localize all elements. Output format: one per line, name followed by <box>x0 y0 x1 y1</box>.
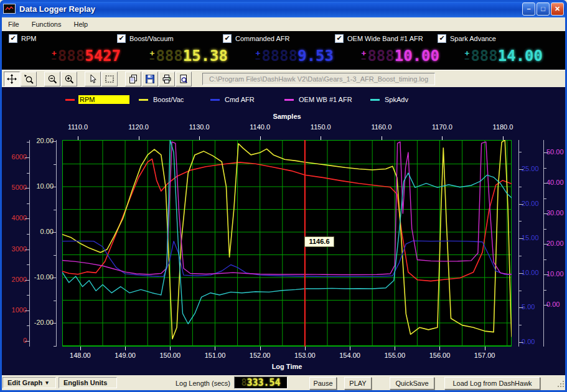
sign-indicator: +− <box>52 50 57 62</box>
checkbox-oem-wide-band-1-afr[interactable]: ✔ <box>335 34 344 43</box>
plot-area[interactable] <box>62 140 512 347</box>
legend-item-oem-wb-1-afr[interactable]: OEM WB #1 AFR <box>284 95 354 105</box>
axis-minor-tick <box>519 307 522 308</box>
samples-tick-label: 1160.0 <box>364 123 399 131</box>
save-button[interactable] <box>142 72 158 86</box>
edit-graph-label: Edit Graph <box>7 379 42 386</box>
checkbox-boost-vacuum[interactable]: ✔ <box>117 34 126 43</box>
sign-indicator: +− <box>256 50 261 62</box>
copy-button[interactable] <box>125 72 141 86</box>
window-title: Data Logger Replay <box>19 4 95 14</box>
axis-minor-tick <box>27 341 29 342</box>
logtime-tick <box>439 347 440 350</box>
maximize-button[interactable]: □ <box>537 2 550 16</box>
print-preview-button[interactable] <box>176 72 192 86</box>
log-length-led: 8333.54 <box>234 376 288 389</box>
menu-item-help[interactable]: Help <box>67 19 94 30</box>
axis-minor-tick <box>54 187 56 187</box>
quicksave-button[interactable]: QuickSave <box>390 377 434 390</box>
title-bar[interactable]: Data Logger Replay – □ ✕ <box>0 0 567 17</box>
axis-minor-tick <box>519 187 522 187</box>
logtime-tick-label: 149.00 <box>108 352 143 359</box>
sign-indicator: +− <box>362 50 367 62</box>
data-logger-replay-window: Data Logger Replay – □ ✕ FileFunctionsHe… <box>0 0 567 392</box>
logtime-tick-label: 157.00 <box>467 352 502 359</box>
axis-minor-tick <box>27 250 29 250</box>
axis-tick-label-cmd_afr: 20.00 <box>522 200 549 207</box>
legend-label: Cmd AFR <box>223 95 256 104</box>
axis-tick-label-cmd_afr: 25.00 <box>522 165 549 172</box>
channel-3: ✔OEM Wide Band #1 AFR <box>335 34 423 43</box>
units-label: English Units <box>63 379 107 386</box>
axis-line-boost <box>56 140 57 347</box>
axis-minor-tick <box>27 295 29 296</box>
channel-2: ✔Commanded AFR <box>223 34 289 43</box>
samples-tick-label: 1140.0 <box>243 123 278 131</box>
axis-line-cmd_afr <box>518 140 519 347</box>
print-button[interactable] <box>159 72 175 86</box>
logtime-tick <box>80 347 81 350</box>
logtime-axis-title: Log Time <box>62 363 512 370</box>
legend-item-boost-vac[interactable]: Boost/Vac <box>139 95 185 105</box>
legend-dash <box>210 99 220 101</box>
pan-button[interactable] <box>4 72 20 86</box>
legend-item-spkadv[interactable]: SpkAdv <box>370 95 410 105</box>
samples-tick <box>78 136 78 140</box>
zoom-window-button[interactable] <box>21 72 37 86</box>
menu-item-file[interactable]: File <box>2 19 26 30</box>
channel-label: Commanded AFR <box>235 35 289 42</box>
axis-minor-tick <box>27 218 29 219</box>
channel-1: ✔Boost/Vacuum <box>117 34 174 43</box>
led-value: 5427 <box>85 47 121 65</box>
zoom-in-button[interactable] <box>61 72 77 86</box>
led-dim-digits: 888 <box>471 47 497 65</box>
axis-line-rpm <box>29 140 30 347</box>
menu-item-functions[interactable]: Functions <box>26 19 68 30</box>
samples-tick <box>260 136 261 140</box>
samples-axis-title: Samples <box>62 113 512 120</box>
log-file-path-field[interactable]: C:\Program Files\DashHawk V2\Data\Gears_… <box>202 73 435 85</box>
axis-minor-tick <box>519 238 522 239</box>
channel-label: Boost/Vacuum <box>129 35 174 42</box>
play-button[interactable]: PLAY <box>344 377 372 390</box>
axis-minor-tick <box>519 256 522 256</box>
axis-minor-tick <box>519 152 522 152</box>
axis-minor-tick <box>519 204 522 205</box>
axis-tick-label-boost: 20.00 <box>26 137 54 144</box>
samples-tick-label: 1110.0 <box>60 123 95 131</box>
axis-tick-label-rpm: 3000 <box>0 245 27 253</box>
checkbox-commanded-afr[interactable]: ✔ <box>223 34 232 43</box>
led-display-2: +−88889.53 <box>234 45 334 67</box>
resize-grip[interactable] <box>557 380 565 388</box>
axis-tick-label-rpm: 4000 <box>0 214 27 222</box>
edit-graph-button[interactable]: Edit Graph▾ <box>2 377 56 388</box>
axis-minor-tick <box>54 210 56 210</box>
checkbox-rpm[interactable]: ✔ <box>9 34 17 43</box>
close-button[interactable]: ✕ <box>551 2 564 16</box>
axis-minor-tick <box>519 273 522 274</box>
zoom-out-button[interactable] <box>44 72 60 86</box>
axis-minor-tick <box>27 310 29 311</box>
led-dim-digits: 8888 <box>261 47 298 65</box>
pointer-button[interactable] <box>85 72 101 86</box>
axis-minor-tick <box>544 198 546 199</box>
led-dim-digits: 888 <box>58 47 85 65</box>
axis-minor-tick <box>544 213 546 214</box>
close-icon: ✕ <box>555 5 560 12</box>
legend-label: RPM <box>78 95 129 104</box>
axis-tick-label-cmd_afr: 15.00 <box>522 234 549 241</box>
units-panel[interactable]: English Units <box>59 377 117 388</box>
minimize-button[interactable]: – <box>522 2 535 16</box>
axis-minor-tick <box>544 259 546 260</box>
minus-sign: − <box>150 56 155 62</box>
axis-tick-label-rpm: 0 <box>0 337 27 344</box>
axis-tick-label-rpm: 6000 <box>0 153 27 161</box>
load-log-from-dashhawk-button[interactable]: Load Log from DashHawk <box>444 377 540 390</box>
select-region-button[interactable] <box>101 72 118 86</box>
legend-item-cmd-afr[interactable]: Cmd AFR <box>210 95 256 105</box>
checkbox-spark-advance[interactable]: ✔ <box>438 34 446 43</box>
axis-tick-label-rpm: 5000 <box>0 184 27 191</box>
pause-button[interactable]: Pause <box>309 377 337 390</box>
axis-minor-tick <box>519 342 522 343</box>
legend-item-rpm[interactable]: RPM <box>65 95 129 105</box>
